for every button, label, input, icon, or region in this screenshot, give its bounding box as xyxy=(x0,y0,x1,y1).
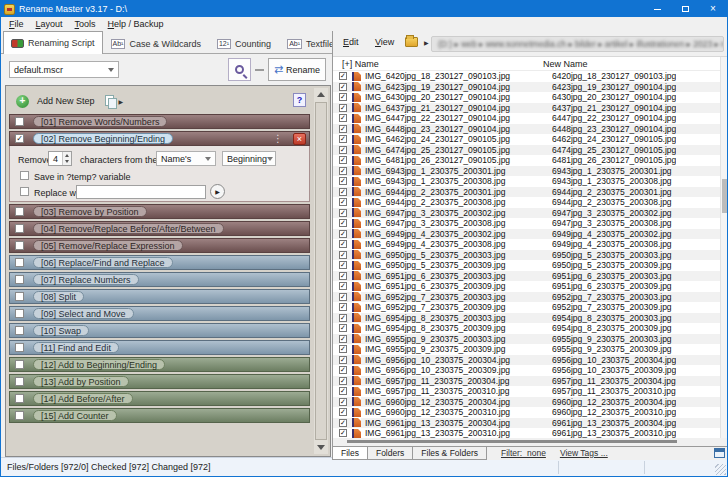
row-checkbox[interactable]: ✓ xyxy=(339,314,347,322)
table-row[interactable]: ✓IMG_6956jpg_10_230375_200304.jpg6956jpg… xyxy=(333,355,728,366)
tab-case-wildcards[interactable]: Ab¹Case & Wildcards xyxy=(103,33,209,53)
step-label[interactable]: [03] Remove by Position xyxy=(33,206,147,217)
file-list-vscrollbar[interactable] xyxy=(720,57,728,438)
position-select[interactable]: Beginning xyxy=(222,151,276,166)
rename-button[interactable]: ⇄ Rename xyxy=(268,58,326,81)
step-label[interactable]: [01] Remove Words/Numbers xyxy=(33,116,167,127)
row-checkbox[interactable]: ✓ xyxy=(339,83,347,91)
row-checkbox[interactable]: ✓ xyxy=(339,356,347,364)
step-checkbox[interactable] xyxy=(15,394,24,403)
step-row-01[interactable]: [01] Remove Words/Numbers xyxy=(9,114,310,129)
table-row[interactable]: ✓IMG_6956jpg_10_230375_200309.jpg6956jpg… xyxy=(333,365,728,376)
close-button[interactable]: × xyxy=(699,1,727,17)
table-row[interactable]: ✓IMG_6943jpg_1_230375_200301.jpg6943jpg_… xyxy=(333,166,728,177)
insert-variable-button[interactable]: ▶ xyxy=(210,184,225,199)
table-row[interactable]: ✓IMG_6950jpg_5_230375_200303.jpg6950jpg_… xyxy=(333,250,728,261)
step-row-05[interactable]: [05] Remove/Replace Expression xyxy=(9,238,310,253)
table-row[interactable]: ✓IMG_6420jpg_18_230127_090103.jpg6420jpg… xyxy=(333,71,728,82)
table-row[interactable]: ✓IMG_6423jpg_19_230127_090104.jpg6423jpg… xyxy=(333,82,728,93)
step-row-09[interactable]: [09] Select and Move xyxy=(9,306,310,321)
scroll-thumb[interactable] xyxy=(315,102,327,440)
breadcrumb[interactable]: (D:) ▸ web ▸ www.sonnetmedia.ch ▸ bilder… xyxy=(431,36,724,52)
table-row[interactable]: ✓IMG_6430jpg_20_230127_090104.jpg6430jpg… xyxy=(333,92,728,103)
expand-arrow-icon[interactable]: ▶ xyxy=(119,98,124,105)
table-row[interactable]: ✓IMG_6944jpg_2_230375_200308.jpg6944jpg_… xyxy=(333,197,728,208)
step-down-icon[interactable] xyxy=(65,160,69,163)
row-checkbox[interactable]: ✓ xyxy=(339,366,347,374)
step-checkbox[interactable] xyxy=(15,275,24,284)
vscroll-thumb[interactable] xyxy=(722,179,728,213)
table-row[interactable]: ✓IMG_6437jpg_21_230127_090104.jpg6437jpg… xyxy=(333,103,728,114)
table-row[interactable]: ✓IMG_6960jpg_12_230375_200304.jpg6960jpg… xyxy=(333,397,728,408)
script-scrollbar[interactable] xyxy=(314,88,328,454)
row-checkbox[interactable]: ✓ xyxy=(339,209,347,217)
row-checkbox[interactable]: ✓ xyxy=(339,72,347,80)
step-checkbox[interactable] xyxy=(15,207,24,216)
table-row[interactable]: ✓IMG_6448jpg_23_230127_090104.jpg6448jpg… xyxy=(333,124,728,135)
row-checkbox[interactable]: ✓ xyxy=(339,335,347,343)
scroll-up-icon[interactable] xyxy=(317,92,325,97)
row-checkbox[interactable]: ✓ xyxy=(339,198,347,206)
folder-button[interactable]: ▶ xyxy=(405,37,429,47)
step-checkbox[interactable] xyxy=(15,117,24,126)
help-button[interactable]: ? xyxy=(293,93,306,107)
target-select[interactable]: Name's xyxy=(156,151,216,166)
row-checkbox[interactable]: ✓ xyxy=(339,240,347,248)
table-row[interactable]: ✓IMG_6474jpg_25_230127_090105.jpg6474jpg… xyxy=(333,145,728,156)
step-row-14[interactable]: [14] Add Before/After xyxy=(9,391,310,406)
edit-menu[interactable]: Edit xyxy=(343,37,359,47)
table-row[interactable]: ✓IMG_6961jpg_13_230375_200310.jpg6961jpg… xyxy=(333,428,728,438)
menu-item-file[interactable]: File xyxy=(3,19,30,29)
menu-item-layout[interactable]: Layout xyxy=(30,19,69,29)
table-row[interactable]: ✓IMG_6960jpg_12_230375_200310.jpg6960jpg… xyxy=(333,407,728,418)
row-checkbox[interactable]: ✓ xyxy=(339,230,347,238)
table-row[interactable]: ✓IMG_6944jpg_2_230375_200301.jpg6944jpg_… xyxy=(333,187,728,198)
column-name[interactable]: [+] Name xyxy=(333,59,543,69)
scroll-down-icon[interactable] xyxy=(317,445,325,450)
row-checkbox[interactable]: ✓ xyxy=(339,177,347,185)
step-label[interactable]: [15] Add Counter xyxy=(33,410,117,421)
row-checkbox[interactable]: ✓ xyxy=(339,272,347,280)
step-checkbox[interactable]: ✓ xyxy=(15,134,24,143)
table-row[interactable]: ✓IMG_6952jpg_7_230375_200303.jpg6952jpg_… xyxy=(333,292,728,303)
maximize-button[interactable] xyxy=(671,1,699,17)
step-label[interactable]: [12] Add to Beginning/Ending xyxy=(33,359,165,370)
step-label[interactable]: [13] Add by Position xyxy=(33,376,129,387)
step-checkbox[interactable] xyxy=(15,224,24,233)
step-row-06[interactable]: [06] Replace/Find and Replace xyxy=(9,255,310,270)
row-checkbox[interactable]: ✓ xyxy=(339,303,347,311)
table-row[interactable]: ✓IMG_6950jpg_5_230375_200309.jpg6950jpg_… xyxy=(333,260,728,271)
table-row[interactable]: ✓IMG_6957jpg_11_230375_200304.jpg6957jpg… xyxy=(333,376,728,387)
step-checkbox[interactable] xyxy=(15,258,24,267)
row-checkbox[interactable]: ✓ xyxy=(339,104,347,112)
view-tags-link[interactable]: View Tags ... xyxy=(560,448,608,458)
copy-script-icon[interactable] xyxy=(105,95,115,107)
step-row-04[interactable]: [04] Remove/Replace Before/After/Between xyxy=(9,221,310,236)
table-row[interactable]: ✓IMG_6447jpg_22_230127_090104.jpg6447jpg… xyxy=(333,113,728,124)
add-step-label[interactable]: Add New Step xyxy=(37,96,95,106)
tab-folders[interactable]: Folders xyxy=(367,447,413,460)
hscroll-thumb[interactable] xyxy=(347,440,677,443)
row-checkbox[interactable]: ✓ xyxy=(339,282,347,290)
step-label[interactable]: [14] Add Before/After xyxy=(33,393,133,404)
step-checkbox[interactable] xyxy=(15,377,24,386)
step-label[interactable]: [02] Remove Beginning/Ending xyxy=(33,133,173,144)
step-row-13[interactable]: [13] Add by Position xyxy=(9,374,310,389)
step-row-12[interactable]: [12] Add to Beginning/Ending xyxy=(9,357,310,372)
table-row[interactable]: ✓IMG_6949jpg_4_230375_200308.jpg6949jpg_… xyxy=(333,239,728,250)
menu-item-help[interactable]: Help / Backup xyxy=(102,19,170,29)
table-row[interactable]: ✓IMG_6947jpg_3_230375_200308.jpg6947jpg_… xyxy=(333,218,728,229)
table-row[interactable]: ✓IMG_6949jpg_4_230375_200302.jpg6949jpg_… xyxy=(333,229,728,240)
table-row[interactable]: ✓IMG_6951jpg_6_230375_200309.jpg6951jpg_… xyxy=(333,281,728,292)
preset-combo[interactable]: default.mscr xyxy=(9,61,119,78)
tab-files[interactable]: Files xyxy=(332,447,368,460)
filter-link[interactable]: Filter: none xyxy=(501,448,546,458)
step-checkbox[interactable] xyxy=(15,343,24,352)
window-icon[interactable] xyxy=(714,448,725,458)
row-checkbox[interactable]: ✓ xyxy=(339,251,347,259)
step-row-15[interactable]: [15] Add Counter xyxy=(9,408,310,423)
row-checkbox[interactable]: ✓ xyxy=(339,293,347,301)
step-label[interactable]: [04] Remove/Replace Before/After/Between xyxy=(33,223,224,234)
replace-with-checkbox[interactable] xyxy=(20,187,29,196)
step-checkbox[interactable] xyxy=(15,360,24,369)
